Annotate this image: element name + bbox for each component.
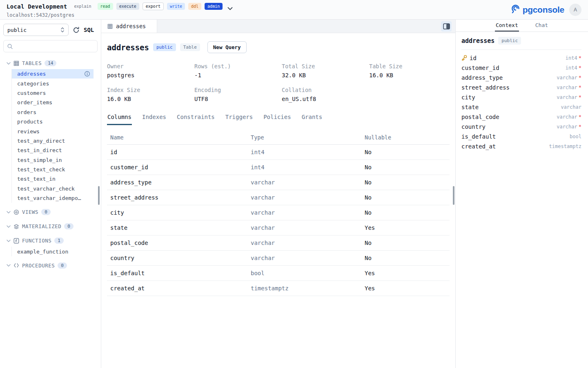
stat-item: Index Size 16.0 KB [107, 87, 194, 102]
sidebar-scrollbar[interactable] [98, 186, 100, 205]
field-name: address_type [461, 74, 503, 81]
field-type: varchar [557, 85, 577, 90]
table-row[interactable]: postal_code varchar No [107, 236, 450, 251]
permission-badge: read [98, 3, 113, 10]
main-panel: addresses addresses public Table New Que… [101, 20, 455, 368]
field-type: int4 [566, 55, 577, 61]
context-panel-tab[interactable]: Chat [535, 20, 549, 31]
cell-type: int4 [247, 149, 361, 155]
stat-label: Index Size [107, 87, 194, 93]
detail-tab[interactable]: Constraints [176, 114, 215, 125]
section-materialized-label: MATERIALIZED [22, 223, 61, 229]
cell-type: varchar [247, 240, 361, 246]
context-panel-tab[interactable]: Context [495, 20, 519, 31]
cell-name: street_address [107, 194, 247, 201]
cell-nullable: No [361, 209, 450, 216]
field-name: country [461, 123, 486, 130]
panel-layout-icon [443, 23, 450, 29]
code-brackets-icon [13, 263, 19, 268]
detail-tab[interactable]: Indexes [142, 114, 167, 125]
sql-editor-button[interactable]: SQL [84, 27, 94, 33]
context-field-row: id int4* [461, 53, 581, 63]
cell-nullable: Yes [361, 270, 450, 276]
context-panel-tabs: ContextChat [456, 20, 588, 32]
section-views[interactable]: VIEWS 0 [0, 207, 101, 217]
sidebar-table-item[interactable]: orders [12, 108, 94, 117]
table-row[interactable]: state varchar Yes [107, 220, 450, 236]
table-item-label: test_any_direct [17, 138, 65, 144]
section-functions[interactable]: FUNCTIONS 1 [0, 236, 101, 246]
field-name: is_default [461, 133, 496, 140]
new-query-button[interactable]: New Query [207, 41, 247, 53]
required-asterisk: * [579, 75, 581, 81]
sidebar-function-item[interactable]: example_function [12, 247, 94, 256]
table-item-label: addresses [17, 71, 46, 77]
sidebar-table-item[interactable]: test_simple_in [12, 155, 94, 165]
stat-item: Encoding UTF8 [194, 87, 282, 102]
required-asterisk: * [579, 85, 581, 90]
detail-tab[interactable]: Triggers [225, 114, 253, 125]
field-name: street_address [461, 84, 510, 91]
sidebar-table-item[interactable]: test_varchar_check [12, 184, 94, 193]
cell-name: created_at [107, 285, 247, 292]
eye-icon [13, 209, 19, 215]
pgconsole-logo[interactable]: pgconsole [510, 4, 564, 15]
sidebar-table-item[interactable]: test_any_direct [12, 136, 94, 146]
refresh-icon [73, 27, 80, 34]
section-procedures-label: PROCEDURES [22, 263, 55, 269]
detail-tab[interactable]: Policies [263, 114, 291, 125]
section-tables-label: TABLES [22, 60, 42, 66]
section-views-label: VIEWS [22, 209, 38, 215]
sidebar-table-item[interactable]: order_items [12, 98, 94, 107]
cell-nullable: No [361, 179, 450, 186]
cell-name: postal_code [107, 240, 247, 246]
table-row[interactable]: street_address varchar No [107, 190, 450, 205]
detail-tab[interactable]: Grants [301, 114, 323, 125]
field-type: varchar [557, 94, 577, 100]
table-row[interactable]: city varchar No [107, 205, 450, 220]
stat-value: en_US.utf8 [282, 96, 369, 102]
stat-value: postgres [107, 72, 194, 79]
context-field-row: is_default bool [461, 132, 581, 141]
stat-item: Owner postgres [107, 63, 194, 79]
toggle-right-panel-button[interactable] [441, 21, 452, 31]
cell-type: timestamptz [247, 285, 361, 292]
section-tables[interactable]: TABLES 14 [0, 58, 101, 68]
table-row[interactable]: country varchar No [107, 251, 450, 266]
main-scrollbar[interactable] [453, 186, 454, 205]
cell-name: is_default [107, 270, 247, 276]
table-row[interactable]: created_at timestamptz Yes [107, 281, 450, 296]
user-avatar[interactable]: A [569, 4, 581, 16]
field-type: varchar [557, 75, 577, 81]
connection-title: Local Development [7, 3, 67, 10]
context-field-row: state varchar [461, 102, 581, 112]
table-row[interactable]: customer_id int4 No [107, 160, 450, 175]
detail-tab[interactable]: Columns [107, 114, 132, 125]
table-item-label: orders [17, 109, 36, 115]
stat-label: Table Size [369, 63, 450, 70]
sidebar-table-item[interactable]: addresses [12, 69, 94, 79]
sidebar-table-item[interactable]: test_text_in [12, 174, 94, 184]
sidebar-search[interactable] [3, 40, 98, 52]
section-procedures[interactable]: PROCEDURES 0 [0, 260, 101, 271]
table-row[interactable]: address_type varchar No [107, 175, 450, 190]
object-kind-badge: Table [180, 43, 200, 51]
search-input[interactable] [16, 43, 94, 49]
sidebar-table-item[interactable]: reviews [12, 126, 94, 136]
open-tab-addresses[interactable]: addresses [101, 20, 157, 33]
connection-chevron-down-icon[interactable] [227, 5, 233, 11]
table-row[interactable]: is_default bool Yes [107, 266, 450, 281]
sidebar-table-item[interactable]: test_text_check [12, 165, 94, 174]
refresh-button[interactable] [73, 27, 80, 34]
table-row[interactable]: id int4 No [107, 145, 450, 160]
chevron-down-icon [7, 264, 11, 267]
info-icon[interactable] [84, 71, 90, 77]
section-materialized[interactable]: MATERIALIZED 0 [0, 221, 101, 231]
sidebar-table-item[interactable]: categories [12, 79, 94, 88]
schema-select[interactable]: public [3, 24, 69, 36]
sidebar-table-item[interactable]: test_in_direct [12, 146, 94, 155]
sidebar-table-item[interactable]: customers [12, 88, 94, 98]
sidebar-table-item[interactable]: test_varchar_idempo… [12, 193, 94, 203]
sidebar-table-item[interactable]: products [12, 117, 94, 126]
stat-item: Rows (est.) -1 [194, 63, 282, 79]
